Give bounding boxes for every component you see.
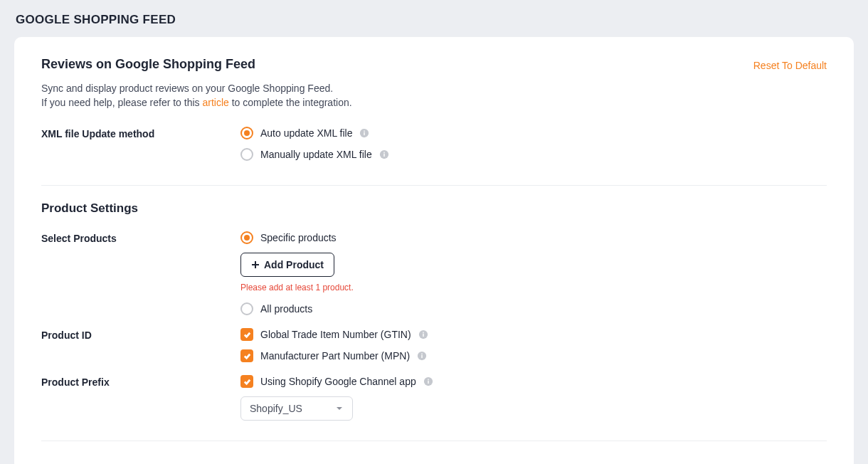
add-product-label: Add Product [264, 259, 324, 270]
svg-rect-15 [428, 381, 428, 384]
radio-label-all: All products [260, 303, 312, 315]
xml-update-label: XML file Update method [41, 127, 240, 139]
product-prefix-options: Using Shopify Google Channel app Shopify… [240, 375, 827, 421]
prefix-select[interactable]: Shopify_US [240, 396, 353, 421]
xml-update-row: XML file Update method Auto update XML f… [41, 127, 827, 169]
svg-rect-1 [364, 132, 365, 135]
checkbox-label-mpn: Manufacturer Part Number (MPN) [260, 350, 410, 362]
card-heading: Reviews on Google Shopping Feed [41, 57, 352, 72]
svg-rect-10 [423, 332, 423, 333]
svg-rect-13 [421, 354, 422, 354]
checkbox-icon [240, 328, 253, 341]
chevron-down-icon [335, 404, 344, 413]
card-description: Sync and display product reviews on your… [41, 82, 352, 110]
checkbox-gtin[interactable]: Global Trade Item Number (GTIN) [240, 328, 827, 341]
info-icon[interactable] [379, 149, 389, 159]
select-products-label: Select Products [41, 231, 240, 244]
product-prefix-row: Product Prefix Using Shopify Google Chan… [41, 375, 827, 421]
product-id-row: Product ID Global Trade Item Number (GTI… [41, 328, 827, 362]
section-divider [41, 441, 827, 441]
svg-rect-12 [421, 355, 422, 358]
select-products-row: Select Products Specific products Add Pr… [41, 231, 827, 315]
radio-icon [240, 231, 253, 244]
radio-label-manual: Manually update XML file [260, 149, 372, 160]
reset-to-default-link[interactable]: Reset To Default [753, 60, 827, 71]
settings-card: Reviews on Google Shopping Feed Sync and… [14, 37, 854, 464]
radio-label-specific: Specific products [260, 232, 337, 243]
checkbox-shopify-channel[interactable]: Using Shopify Google Channel app [240, 375, 827, 388]
svg-rect-2 [364, 131, 365, 132]
radio-icon [240, 302, 253, 315]
radio-all-products[interactable]: All products [240, 302, 827, 315]
checkbox-label-gtin: Global Trade Item Number (GTIN) [260, 329, 411, 340]
article-link[interactable]: article [202, 97, 228, 108]
radio-auto-update[interactable]: Auto update XML file [240, 127, 827, 139]
section-divider [41, 185, 827, 186]
desc-line-2b: to complete the integration. [229, 97, 352, 108]
svg-rect-4 [383, 154, 384, 157]
radio-manual-update[interactable]: Manually update XML file [240, 148, 827, 161]
svg-rect-16 [428, 379, 428, 380]
radio-icon [240, 127, 253, 139]
checkbox-label-shopify-channel: Using Shopify Google Channel app [260, 376, 416, 387]
add-product-button[interactable]: Add Product [240, 253, 334, 277]
card-header: Reviews on Google Shopping Feed Sync and… [41, 57, 827, 127]
product-id-options: Global Trade Item Number (GTIN) Manufact… [240, 328, 827, 362]
desc-line-1: Sync and display product reviews on your… [41, 83, 333, 94]
checkbox-icon [240, 375, 253, 388]
radio-label-auto: Auto update XML file [260, 127, 352, 139]
product-settings-heading: Product Settings [41, 201, 827, 216]
prefix-select-value: Shopify_US [250, 403, 302, 414]
info-icon[interactable] [423, 376, 433, 386]
xml-update-options: Auto update XML file Manually update XML… [240, 127, 827, 169]
radio-icon [240, 148, 253, 161]
page-title: GOOGLE SHOPPING FEED [0, 0, 868, 37]
info-icon[interactable] [417, 351, 427, 361]
select-products-options: Specific products Add Product Please add… [240, 231, 827, 315]
plus-icon [251, 260, 260, 269]
desc-line-2a: If you need help, please refer to this [41, 97, 202, 108]
info-icon[interactable] [359, 128, 369, 138]
add-product-error: Please add at least 1 product. [240, 283, 827, 292]
info-icon[interactable] [418, 329, 428, 339]
product-prefix-label: Product Prefix [41, 375, 240, 388]
svg-rect-9 [423, 334, 423, 337]
radio-specific-products[interactable]: Specific products [240, 231, 827, 244]
checkbox-mpn[interactable]: Manufacturer Part Number (MPN) [240, 349, 827, 362]
product-id-label: Product ID [41, 328, 240, 341]
checkbox-icon [240, 349, 253, 362]
svg-rect-5 [383, 152, 384, 153]
